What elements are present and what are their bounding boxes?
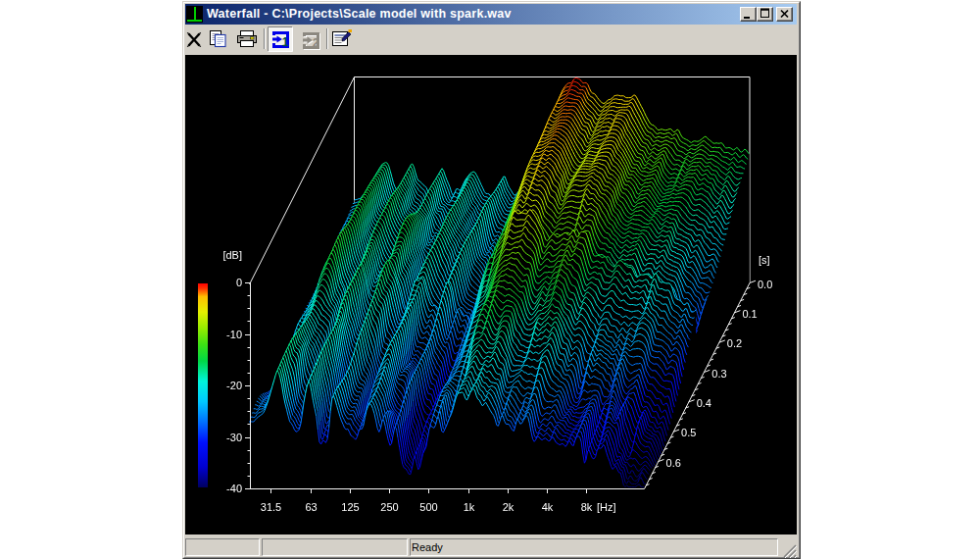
svg-text:1: 1 (282, 35, 289, 49)
svg-text:2: 2 (313, 36, 319, 50)
